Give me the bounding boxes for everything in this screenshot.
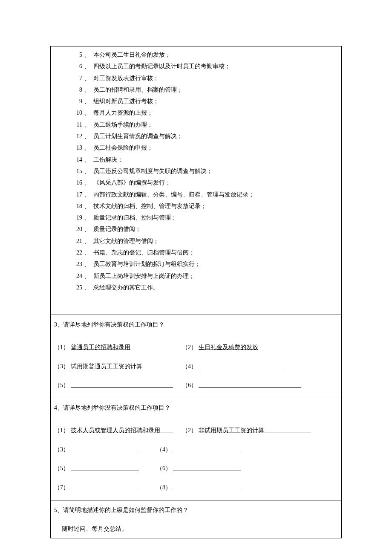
list-item: 10、每月人力资源的上报； <box>54 107 338 119</box>
list-item: 9、组织对新员工进行考核； <box>54 95 338 107</box>
list-item: 12、员工计划生育情况的调查与解决； <box>54 130 338 142</box>
list-item-sep: 、 <box>84 247 93 258</box>
q3-answers: （1） 普通员工的招聘和录用 （2） 生日礼金及稿费的发放 （3） 试用期普通员… <box>54 332 338 395</box>
list-item: 18、技术文献的归档、控制、管理与发放记录； <box>54 200 338 212</box>
list-item-sep: 、 <box>84 119 93 130</box>
q3-item-3: （3） 试用期普通员工工资的计算 <box>54 357 182 376</box>
list-item-sep: 、 <box>84 72 93 84</box>
list-item-text: 员工的招聘和录用、档案的管理； <box>93 84 183 95</box>
q4-blank-7 <box>71 484 139 490</box>
list-item: 14、工伤解决； <box>54 154 338 165</box>
list-item-sep: 、 <box>84 154 93 165</box>
list-item: 24、新员工上岗培训安排与上岗证的办理； <box>54 270 338 282</box>
list-item-num: 7 <box>70 72 84 84</box>
list-item: 19、质量记录的归档、控制与管理； <box>54 212 338 223</box>
list-item-sep: 、 <box>84 49 93 61</box>
list-item-num: 9 <box>70 95 84 107</box>
question-5: 5、请简明地描述你的上级是如何监督你的工作的？ 随时过问、每月交总结。 <box>51 500 341 538</box>
list-item-num: 13 <box>70 142 84 153</box>
q5-prompt: 5、请简明地描述你的上级是如何监督你的工作的？ <box>54 503 338 517</box>
list-item-text: 质量记录的归档、控制与管理； <box>93 212 177 223</box>
list-item-sep: 、 <box>84 130 93 142</box>
q4-item-2: （2） 非试用期员工工资的计算 <box>182 421 311 440</box>
q5-answer: 随时过问、每月交总结。 <box>54 517 338 535</box>
list-item-text: 员工违反公司规章制度与失职的调查与解决； <box>93 165 213 177</box>
q4-blank-5 <box>71 465 139 471</box>
q4-item-5: （5） <box>54 459 156 478</box>
list-item-text: 四级以上员工的考勤记录以及计时员工的考勤审核； <box>93 61 231 72</box>
list-item-text: 技术文献的归档、控制、管理与发放记录； <box>93 200 207 212</box>
list-item-num: 16 <box>70 177 84 188</box>
question-3: 3、请详尽地列举你有决策权的工作项目？ （1） 普通员工的招聘和录用 （2） 生… <box>51 315 341 398</box>
list-item-num: 12 <box>70 130 84 142</box>
list-item-sep: 、 <box>84 200 93 212</box>
list-item: 20、质量记录的借阅； <box>54 223 338 235</box>
list-item: 6、四级以上员工的考勤记录以及计时员工的考勤审核； <box>54 61 338 72</box>
list-item-text: 新员工上岗培训安排与上岗证的办理； <box>93 270 195 282</box>
question-4: 4、请详尽地列举你没有决策权的工作项目？ （1） 技术人员或管理人员的招聘和录用… <box>51 398 341 500</box>
q3-label-4: （4） <box>182 357 199 376</box>
list-item-text: 每月人力资源的上报； <box>93 107 153 119</box>
q4-item-4: （4） <box>156 440 241 460</box>
q4-text-2: 非试用期员工工资的计算 <box>199 421 264 440</box>
q3-item-4: （4） <box>182 357 284 376</box>
list-item-num: 25 <box>70 282 84 293</box>
q4-label-7: （7） <box>54 478 71 497</box>
q4-item-1: （1） 技术人员或管理人员的招聘和录用 <box>54 421 182 440</box>
list-item-sep: 、 <box>84 223 93 235</box>
list-item-sep: 、 <box>84 189 93 200</box>
q4-blank-ext2 <box>264 427 311 433</box>
q4-item-3: （3） <box>54 440 156 460</box>
list-item-sep: 、 <box>84 282 93 293</box>
document-page: 5、本公司员工生日礼金的发放；6、四级以上员工的考勤记录以及计时员工的考勤审核；… <box>50 46 342 538</box>
list-item-sep: 、 <box>84 235 93 247</box>
list-item-text: 员工计划生育情况的调查与解决； <box>93 130 183 142</box>
q3-blank-6 <box>199 382 301 388</box>
list-item: 15、员工违反公司规章制度与失职的调查与解决； <box>54 165 338 177</box>
list-item-text: 内部行政文献的编辑、分类、编号、归档、管理与发放记录； <box>93 189 254 200</box>
list-item-num: 24 <box>70 270 84 282</box>
list-item-sep: 、 <box>84 107 93 119</box>
list-item-num: 14 <box>70 154 84 165</box>
q3-item-6: （6） <box>182 376 301 395</box>
list-item: 17、内部行政文献的编辑、分类、编号、归档、管理与发放记录； <box>54 189 338 200</box>
q3-text-3: 试用期普通员工工资的计算 <box>71 357 142 376</box>
q4-item-8: （8） <box>156 478 241 497</box>
list-item-text: 《风采八部》的编撰与发行； <box>93 177 171 188</box>
list-item: 25、总经理交办的其它工作。 <box>54 282 338 293</box>
q3-label-2: （2） <box>182 338 199 357</box>
q4-label-5: （5） <box>54 459 71 478</box>
q4-label-6: （6） <box>156 459 173 478</box>
q3-item-1: （1） 普通员工的招聘和录用 <box>54 338 182 357</box>
list-item-num: 6 <box>70 61 84 72</box>
q4-label-2: （2） <box>182 421 199 440</box>
q4-prompt: 4、请详尽地列举你没有决策权的工作项目？ <box>54 401 338 415</box>
list-item-sep: 、 <box>84 165 93 177</box>
q4-text-1: 技术人员或管理人员的招聘和录用 <box>71 421 160 440</box>
q4-item-7: （7） <box>54 478 156 497</box>
list-item-text: 质量记录的借阅； <box>93 223 141 235</box>
list-item-num: 15 <box>70 165 84 177</box>
list-item-num: 10 <box>70 107 84 119</box>
q3-text-1: 普通员工的招聘和录用 <box>71 338 130 357</box>
q4-label-1: （1） <box>54 421 71 440</box>
list-item-sep: 、 <box>84 258 93 270</box>
list-item-text: 工伤解决； <box>93 154 123 165</box>
list-item-num: 19 <box>70 212 84 223</box>
q4-blank-ext1 <box>160 427 173 433</box>
list-item-text: 员工社会保险的申报； <box>93 142 153 153</box>
q3-label-3: （3） <box>54 357 71 376</box>
list-item-num: 17 <box>70 189 84 200</box>
list-item: 16、《风采八部》的编撰与发行； <box>54 177 338 188</box>
list-item-text: 本公司员工生日礼金的发放； <box>93 49 171 61</box>
list-item-sep: 、 <box>84 177 93 188</box>
list-item-text: 组织对新员工进行考核； <box>93 95 159 107</box>
q4-blank-6 <box>173 465 241 471</box>
q3-blank-4 <box>199 363 284 369</box>
list-item-num: 5 <box>70 49 84 61</box>
q4-label-3: （3） <box>54 440 71 460</box>
q3-label-1: （1） <box>54 338 71 357</box>
list-item-num: 23 <box>70 258 84 270</box>
list-item-num: 18 <box>70 200 84 212</box>
list-item: 7、对工资发放表进行审核； <box>54 72 338 84</box>
